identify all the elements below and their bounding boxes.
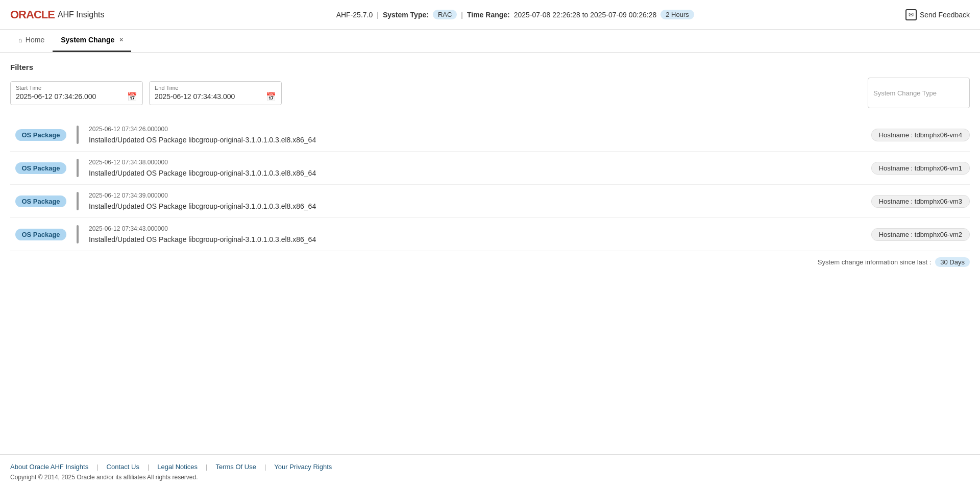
change-item-1: OS Package 2025-06-12 07:34:38.000000 In…: [10, 152, 970, 185]
tab-system-change-label: System Change: [61, 36, 114, 44]
change-list: OS Package 2025-06-12 07:34:26.000000 In…: [10, 118, 970, 251]
nav-tabs: ⌂ Home System Change ×: [0, 30, 980, 53]
change-time-1: 2025-06-12 07:34:38.000000: [89, 159, 837, 166]
change-tag-col-3: OS Package: [10, 225, 71, 243]
change-detail-0: 2025-06-12 07:34:26.000000 Installed/Upd…: [84, 126, 837, 144]
tab-system-change[interactable]: System Change ×: [53, 29, 131, 52]
system-type-label: System Type:: [383, 11, 429, 19]
system-change-type-placeholder: System Change Type: [873, 89, 937, 97]
start-time-calendar-icon[interactable]: 📅: [127, 92, 137, 102]
hostname-badge-0: Hostname : tdbmphx06-vm4: [871, 129, 970, 141]
footer-separator-4: |: [264, 463, 266, 471]
change-tag-col-0: OS Package: [10, 126, 71, 144]
days-badge: 30 Days: [935, 257, 970, 267]
change-desc-1: Installed/Updated OS Package libcgroup-o…: [89, 169, 837, 177]
end-time-filter[interactable]: End Time 2025-06-12 07:34:43.000 📅: [149, 81, 282, 105]
change-desc-0: Installed/Updated OS Package libcgroup-o…: [89, 136, 837, 144]
filters-section-label: Filters: [10, 63, 970, 71]
change-tag-0: OS Package: [15, 129, 66, 141]
change-item-0: OS Package 2025-06-12 07:34:26.000000 In…: [10, 118, 970, 152]
change-time-3: 2025-06-12 07:34:43.000000: [89, 225, 837, 232]
change-desc-3: Installed/Updated OS Package libcgroup-o…: [89, 235, 837, 243]
footer-separator-1: |: [96, 463, 98, 471]
start-time-value: 2025-06-12 07:34:26.000: [16, 92, 96, 101]
change-timeline-3: [77, 225, 79, 243]
header-center-info: AHF-25.7.0 | System Type: RAC | Time Ran…: [125, 10, 905, 19]
page-footer: About Oracle AHF Insights|Contact Us|Leg…: [0, 454, 980, 489]
change-timeline-2: [77, 192, 79, 210]
change-tag-3: OS Package: [15, 229, 66, 240]
logo-area: ORACLE AHF Insights: [10, 8, 104, 21]
tab-home-label: Home: [26, 36, 44, 44]
sep1: |: [377, 11, 379, 19]
end-time-label: End Time: [155, 85, 276, 91]
footer-link-3[interactable]: Terms Of Use: [215, 463, 256, 471]
filters-row: Start Time 2025-06-12 07:34:26.000 📅 End…: [10, 78, 970, 108]
send-feedback-button[interactable]: ✉ Send Feedback: [905, 9, 970, 20]
change-detail-3: 2025-06-12 07:34:43.000000 Installed/Upd…: [84, 225, 837, 243]
change-tag-col-2: OS Package: [10, 192, 71, 210]
send-feedback-label: Send Feedback: [920, 11, 970, 19]
change-time-2: 2025-06-12 07:34:39.000000: [89, 192, 837, 199]
change-timeline-0: [77, 126, 79, 144]
home-icon: ⌂: [18, 36, 22, 44]
change-hostname-col-3: Hostname : tdbmphx06-vm2: [837, 225, 970, 243]
change-time-0: 2025-06-12 07:34:26.000000: [89, 126, 837, 133]
change-hostname-col-1: Hostname : tdbmphx06-vm1: [837, 159, 970, 177]
start-time-filter[interactable]: Start Time 2025-06-12 07:34:26.000 📅: [10, 81, 143, 105]
hours-badge: 2 Hours: [660, 10, 694, 19]
app-name: AHF Insights: [58, 10, 105, 19]
hostname-badge-3: Hostname : tdbmphx06-vm2: [871, 228, 970, 241]
change-tag-col-1: OS Package: [10, 159, 71, 177]
system-change-type-filter[interactable]: System Change Type: [868, 78, 970, 108]
change-tag-2: OS Package: [15, 195, 66, 207]
change-timeline-1: [77, 159, 79, 177]
version-label: AHF-25.7.0: [336, 11, 373, 19]
footer-links: About Oracle AHF Insights|Contact Us|Leg…: [10, 463, 970, 471]
hostname-badge-1: Hostname : tdbmphx06-vm1: [871, 162, 970, 175]
system-type-badge: RAC: [433, 10, 457, 19]
footer-copyright: Copyright © 2014, 2025 Oracle and/or its…: [10, 474, 970, 481]
start-time-input-row: 2025-06-12 07:34:26.000 📅: [16, 92, 137, 102]
change-tag-1: OS Package: [15, 162, 66, 174]
time-range-value: 2025-07-08 22:26:28 to 2025-07-09 00:26:…: [514, 11, 656, 19]
change-hostname-col-2: Hostname : tdbmphx06-vm3: [837, 192, 970, 210]
end-time-input-row: 2025-06-12 07:34:43.000 📅: [155, 92, 276, 102]
change-hostname-col-0: Hostname : tdbmphx06-vm4: [837, 126, 970, 144]
footer-link-0[interactable]: About Oracle AHF Insights: [10, 463, 88, 471]
start-time-label: Start Time: [16, 85, 137, 91]
change-desc-2: Installed/Updated OS Package libcgroup-o…: [89, 202, 837, 210]
end-time-value: 2025-06-12 07:34:43.000: [155, 92, 235, 101]
change-item-2: OS Package 2025-06-12 07:34:39.000000 In…: [10, 185, 970, 218]
footer-separator-2: |: [148, 463, 149, 471]
time-range-label: Time Range:: [467, 11, 510, 19]
end-time-calendar-icon[interactable]: 📅: [266, 92, 276, 102]
header-right: ✉ Send Feedback: [905, 9, 970, 20]
hostname-badge-2: Hostname : tdbmphx06-vm3: [871, 195, 970, 208]
change-detail-2: 2025-06-12 07:34:39.000000 Installed/Upd…: [84, 192, 837, 210]
footer-link-2[interactable]: Legal Notices: [157, 463, 198, 471]
since-last-label: System change information since last :: [818, 258, 932, 266]
info-row: System change information since last : 3…: [10, 251, 970, 277]
feedback-icon: ✉: [905, 9, 917, 20]
footer-separator-3: |: [206, 463, 207, 471]
change-item-3: OS Package 2025-06-12 07:34:43.000000 In…: [10, 218, 970, 251]
footer-link-1[interactable]: Contact Us: [107, 463, 139, 471]
footer-link-4[interactable]: Your Privacy Rights: [274, 463, 332, 471]
oracle-logo: ORACLE: [10, 8, 55, 21]
change-detail-1: 2025-06-12 07:34:38.000000 Installed/Upd…: [84, 159, 837, 177]
tab-home[interactable]: ⌂ Home: [10, 29, 53, 52]
sep2: |: [461, 11, 463, 19]
main-content: Filters Start Time 2025-06-12 07:34:26.0…: [0, 53, 980, 454]
tab-close-icon[interactable]: ×: [119, 36, 123, 43]
app-header: ORACLE AHF Insights AHF-25.7.0 | System …: [0, 0, 980, 30]
